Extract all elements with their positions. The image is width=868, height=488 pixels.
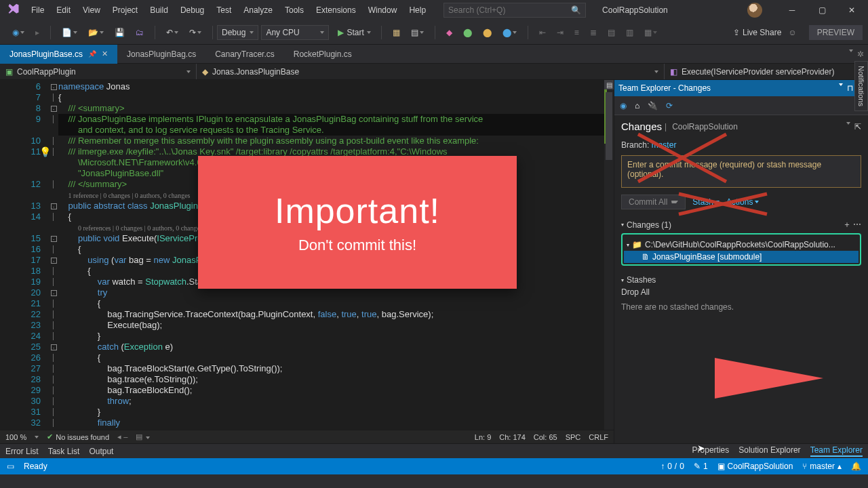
menu-test[interactable]: Test	[211, 3, 237, 18]
status-ready: Ready	[24, 462, 47, 471]
tab-jonaspluginbase[interactable]: JonasPluginBase.cs📌✕	[0, 45, 117, 64]
open-file-button[interactable]: 📂	[84, 25, 108, 40]
annotation-callout: Important! Don't commit this!	[198, 156, 517, 289]
nav-member-dropdown[interactable]: ◧ Execute(IServiceProvider serviceProvid…	[665, 64, 868, 79]
tab-error-list[interactable]: Error List	[5, 447, 39, 456]
actions-dropdown[interactable]: Actions	[726, 197, 759, 207]
indent-mode[interactable]: SPC	[566, 433, 581, 441]
save-button[interactable]: 💾	[111, 25, 129, 40]
menu-build[interactable]: Build	[144, 3, 174, 18]
status-branch[interactable]: ⑂ master ▴	[802, 462, 842, 471]
maximize-button[interactable]: ▢	[808, 1, 835, 19]
stash-dropdown[interactable]: Stash	[692, 197, 719, 207]
feedback-icon[interactable]: ☺	[788, 28, 796, 37]
new-project-button[interactable]: 📄	[58, 25, 81, 40]
menu-debug[interactable]: Debug	[175, 3, 210, 18]
menu-help[interactable]: Help	[403, 3, 431, 18]
platform-dropdown[interactable]: Any CPU	[261, 25, 329, 40]
ext-icon-2[interactable]: ⬤	[459, 25, 476, 40]
tab-canarytracer[interactable]: CanaryTracer.cs	[205, 45, 284, 64]
tab-settings-icon[interactable]: ✲	[857, 49, 864, 59]
close-button[interactable]: ✕	[838, 1, 865, 19]
status-solution[interactable]: ▣ CoolRappSolution	[717, 462, 793, 471]
undo-button[interactable]: ↶	[162, 25, 182, 40]
changes-section-header[interactable]: ▾Changes (1) ＋ ⋯	[621, 219, 861, 230]
drop-all-link[interactable]: Drop All	[621, 287, 861, 297]
stashes-section-header[interactable]: ▾Stashes	[621, 275, 861, 285]
config-dropdown[interactable]: Debug	[217, 25, 258, 40]
tab-solution-explorer[interactable]: Solution Explorer	[738, 445, 800, 457]
te-home-icon[interactable]: ⌂	[635, 101, 639, 110]
panel-dropdown-icon[interactable]	[839, 83, 843, 86]
tab-jonaspluginbag[interactable]: JonasPluginBag.cs	[117, 45, 205, 64]
vertical-scrollbar[interactable]: ▤	[604, 80, 614, 430]
step-in-button: ⇤	[535, 25, 550, 40]
scrollbar-thumb[interactable]	[606, 92, 612, 160]
status-publish[interactable]: ↑ 0 / 0	[660, 462, 684, 471]
line-ending[interactable]: CRLF	[589, 433, 608, 441]
menu-extensions[interactable]: Extensions	[311, 3, 361, 18]
solution-name: CoolRappSolution	[602, 5, 668, 15]
notifications-tab[interactable]: Notifications	[854, 61, 868, 111]
menu-file[interactable]: File	[26, 3, 50, 18]
nav-class-dropdown[interactable]: ◆ Jonas.JonasPluginBase	[197, 64, 665, 79]
menu-view[interactable]: View	[77, 3, 106, 18]
ext-icon-1[interactable]: ◆	[442, 25, 456, 40]
stage-all-icon[interactable]: ＋ ⋯	[843, 219, 861, 230]
te-popout-icon[interactable]: ⇱	[854, 122, 861, 131]
te-refresh-icon[interactable]: ⟳	[666, 101, 673, 110]
nav-project-dropdown[interactable]: ▣ CoolRappPlugin	[0, 64, 197, 79]
lightbulb-icon[interactable]: 💡	[39, 146, 51, 157]
zoom-level[interactable]: 100 %	[5, 433, 26, 441]
menu-edit[interactable]: Edit	[51, 3, 76, 18]
nav-fwd-button[interactable]: ▸	[31, 25, 43, 40]
te-header-dropdown-icon[interactable]	[846, 122, 850, 125]
minimize-button[interactable]: ─	[778, 1, 806, 19]
search-input[interactable]	[448, 5, 571, 15]
ext-icon-3[interactable]: ⬤	[479, 25, 496, 40]
split-editor-icon[interactable]: ▤	[604, 80, 614, 89]
menu-analyze[interactable]: Analyze	[238, 3, 278, 18]
save-all-button[interactable]: 🗂	[132, 25, 148, 40]
fold-gutter[interactable]: -│-││││-│-│-││-││││-││││││││	[49, 80, 58, 430]
start-debug-button[interactable]: ▶Start	[332, 26, 376, 39]
status-notifications-icon[interactable]: 🔔	[851, 462, 861, 471]
tab-team-explorer[interactable]: Team Explorer	[810, 445, 863, 457]
changes-folder-row[interactable]: ▾ 📁 C:\Dev\GitHub\CoolRappRockets\CoolRa…	[624, 239, 859, 251]
user-avatar[interactable]	[747, 3, 762, 18]
bottom-tool-tabs: Error List Task List Output Properties S…	[0, 443, 868, 458]
nav-back-button[interactable]: ◉	[8, 25, 28, 40]
live-share-button[interactable]: ⇪Live Share	[733, 28, 781, 37]
issues-text[interactable]: No issues found	[56, 433, 109, 441]
menu-tools[interactable]: Tools	[279, 3, 309, 18]
panel-pin-icon[interactable]: ⊓	[847, 83, 853, 93]
editor-nav-bar: ▣ CoolRappPlugin ◆ Jonas.JonasPluginBase…	[0, 64, 868, 80]
branch-link[interactable]: master	[652, 140, 677, 150]
redo-button[interactable]: ↷	[185, 25, 205, 40]
cursor-char: Ch: 174	[499, 433, 526, 441]
commit-message-input[interactable]: Enter a commit message (required) or sta…	[621, 155, 861, 188]
indent-button: ≡	[570, 25, 583, 40]
tab-output[interactable]: Output	[89, 447, 113, 456]
quick-search[interactable]: 🔍	[443, 3, 586, 18]
tab-rocketplugin[interactable]: RocketPlugin.cs	[284, 45, 361, 64]
line-number-gutter: 6789101112131415161718192021222324252627…	[0, 80, 49, 430]
tb-icon-1[interactable]: ▦	[389, 25, 404, 40]
ext-icon-4[interactable]: ⬤	[498, 25, 521, 40]
tab-task-list[interactable]: Task List	[48, 447, 80, 456]
menu-project[interactable]: Project	[107, 3, 143, 18]
status-pending[interactable]: ✎ 1	[694, 462, 708, 471]
callout-arrow-icon	[715, 358, 823, 399]
te-connect-icon[interactable]: 🔌	[648, 101, 658, 110]
tab-overflow-icon[interactable]	[849, 49, 853, 52]
te-back-icon[interactable]: ◉	[620, 101, 627, 110]
team-explorer-toolbar: ◉ ⌂ 🔌 ⟳	[614, 96, 868, 115]
tb-icon-2[interactable]: ▤	[407, 25, 428, 40]
commit-all-button[interactable]: Commit All	[621, 195, 686, 209]
changes-submodule-row[interactable]: 🗎 JonasPluginBase [submodule]	[624, 251, 859, 263]
pin-icon[interactable]: 📌	[88, 50, 96, 58]
menu-window[interactable]: Window	[363, 3, 403, 18]
window-layout-icon[interactable]: ▭	[7, 462, 14, 471]
tab-properties[interactable]: Properties	[692, 445, 730, 457]
close-icon[interactable]: ✕	[102, 49, 108, 58]
